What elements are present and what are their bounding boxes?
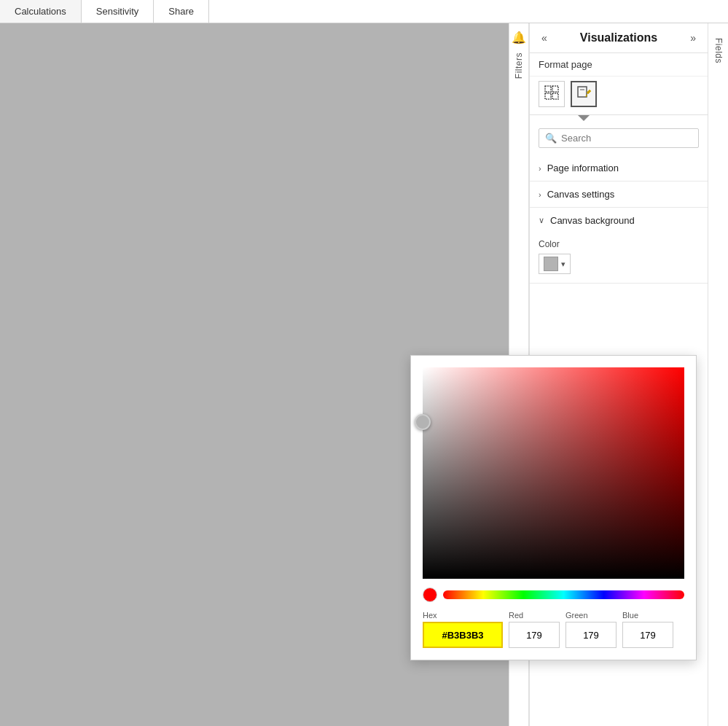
canvas-settings-label: Canvas settings — [547, 189, 615, 200]
hue-color-dot — [423, 588, 437, 602]
accordion-page-information: › Page information — [530, 155, 708, 182]
red-input[interactable] — [509, 622, 560, 648]
search-box: 🔍 — [539, 128, 699, 148]
grid-icon-button[interactable] — [539, 81, 565, 107]
chevron-right-icon: › — [539, 164, 541, 173]
tab-sensitivity[interactable]: Sensitivity — [82, 0, 154, 23]
accordion-page-information-header[interactable]: › Page information — [530, 155, 708, 181]
color-picker-popup: Hex Red Green Blue — [410, 355, 697, 660]
panel-title: Visualizations — [580, 31, 657, 44]
main-layout: 🔔 Filters « Visualizations » Format page — [0, 23, 728, 726]
search-icon: 🔍 — [545, 133, 557, 144]
accordion-canvas-settings-header[interactable]: › Canvas settings — [530, 182, 708, 207]
chevron-down-icon: ∨ — [539, 216, 544, 225]
hex-label: Hex — [423, 611, 503, 620]
format-page-label: Format page — [530, 53, 708, 77]
format-icon-button[interactable] — [571, 81, 597, 107]
panel-header: « Visualizations » — [530, 23, 708, 53]
color-label: Color — [539, 239, 699, 249]
blue-input[interactable] — [622, 622, 673, 648]
fields-panel: Fields — [708, 23, 728, 726]
svg-rect-0 — [545, 86, 551, 92]
chevron-right-icon-2: › — [539, 190, 541, 199]
tab-share[interactable]: Share — [154, 0, 209, 23]
svg-rect-3 — [552, 93, 558, 99]
green-label: Green — [565, 611, 617, 620]
tab-bar: Calculations Sensitivity Share — [0, 0, 728, 23]
red-input-group: Red — [509, 611, 560, 648]
tab-calculations[interactable]: Calculations — [0, 0, 82, 23]
accordion-canvas-settings: › Canvas settings — [530, 182, 708, 208]
accordion-canvas-background: ∨ Canvas background Color ▾ — [530, 208, 708, 284]
color-picker-row: ▾ — [539, 254, 699, 274]
grid-icon — [544, 85, 559, 103]
icon-row — [530, 77, 708, 115]
color-swatch — [544, 257, 558, 271]
color-gradient-area[interactable] — [423, 367, 684, 579]
canvas-background-content: Color ▾ — [530, 233, 708, 283]
accordion-canvas-background-header[interactable]: ∨ Canvas background — [530, 208, 708, 233]
collapse-left-button[interactable]: « — [539, 31, 550, 45]
svg-rect-2 — [545, 93, 551, 99]
green-input[interactable] — [565, 622, 617, 648]
picker-handle[interactable] — [415, 414, 431, 430]
format-brush-icon — [576, 85, 591, 103]
svg-rect-4 — [578, 87, 587, 97]
green-input-group: Green — [565, 611, 617, 648]
rgba-inputs: Hex Red Green Blue — [423, 611, 684, 648]
page-information-label: Page information — [547, 163, 619, 173]
hex-input[interactable] — [423, 622, 503, 648]
hue-slider-container — [423, 588, 684, 602]
red-label: Red — [509, 611, 560, 620]
search-input[interactable] — [561, 133, 692, 144]
fields-label: Fields — [713, 38, 724, 63]
hue-slider-track[interactable] — [443, 590, 684, 599]
blue-label: Blue — [622, 611, 673, 620]
filters-label: Filters — [514, 52, 524, 79]
canvas-background-label: Canvas background — [550, 215, 635, 226]
blue-input-group: Blue — [622, 611, 673, 648]
color-swatch-button[interactable]: ▾ — [539, 254, 571, 274]
hex-input-group: Hex — [423, 611, 503, 648]
svg-rect-1 — [552, 86, 558, 92]
expand-right-button[interactable]: » — [687, 31, 699, 45]
filters-icon: 🔔 — [512, 31, 526, 44]
dropdown-arrow-icon: ▾ — [561, 259, 565, 269]
